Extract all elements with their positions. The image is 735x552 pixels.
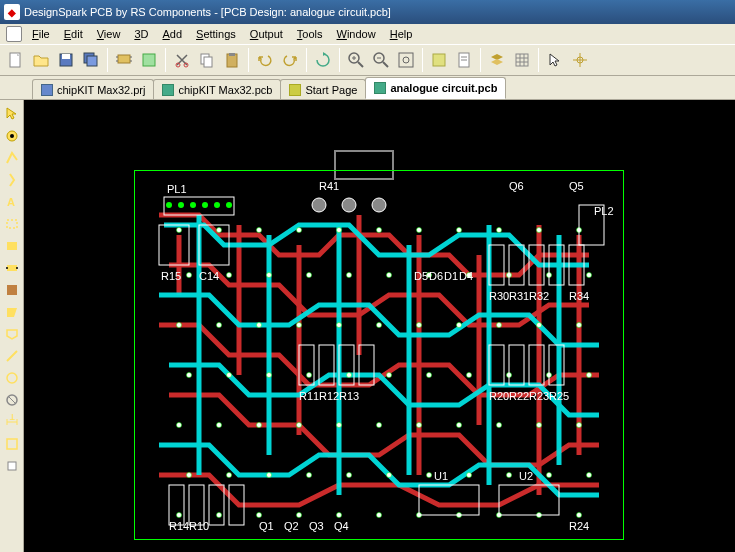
svg-point-194	[312, 198, 326, 212]
title-bar: ◆ DesignSpark PCB by RS Components - [PC…	[0, 0, 735, 24]
svg-text:Q1: Q1	[259, 520, 274, 532]
track-tool[interactable]	[2, 148, 22, 168]
svg-line-47	[7, 351, 17, 361]
svg-point-93	[497, 323, 502, 328]
svg-text:R25: R25	[549, 390, 569, 402]
svg-point-131	[257, 513, 262, 518]
tab-chipkit-pcb[interactable]: chipKIT Max32.pcb	[153, 79, 281, 99]
redo-button[interactable]	[278, 48, 302, 72]
svg-point-118	[187, 473, 192, 478]
copy-button[interactable]	[195, 48, 219, 72]
cut-button[interactable]	[170, 48, 194, 72]
menu-window[interactable]: Window	[331, 26, 382, 42]
menu-view[interactable]: View	[91, 26, 127, 42]
svg-rect-41	[7, 220, 17, 228]
svg-text:C14: C14	[199, 270, 219, 282]
svg-text:Q4: Q4	[334, 520, 349, 532]
svg-text:U1: U1	[434, 470, 448, 482]
undo-button[interactable]	[253, 48, 277, 72]
svg-rect-55	[7, 439, 17, 449]
svg-point-110	[297, 423, 302, 428]
open-button[interactable]	[29, 48, 53, 72]
tab-analogue-pcb[interactable]: analogue circuit.pcb	[365, 77, 506, 99]
svg-point-89	[337, 323, 342, 328]
svg-point-111	[337, 423, 342, 428]
svg-point-25	[403, 57, 409, 63]
paste-button[interactable]	[220, 48, 244, 72]
svg-point-132	[297, 513, 302, 518]
select-button[interactable]	[543, 48, 567, 72]
start-icon	[289, 84, 301, 96]
svg-line-22	[383, 62, 388, 67]
svg-point-86	[217, 323, 222, 328]
svg-point-102	[427, 373, 432, 378]
menu-edit[interactable]: Edit	[58, 26, 89, 42]
svg-point-67	[337, 228, 342, 233]
svg-point-96	[187, 373, 192, 378]
svg-point-85	[177, 323, 182, 328]
svg-rect-26	[433, 54, 445, 66]
component-tool[interactable]	[2, 258, 22, 278]
save-button[interactable]	[54, 48, 78, 72]
main-toolbar	[0, 44, 735, 76]
svg-point-59	[190, 202, 196, 208]
fill-rect-tool[interactable]	[2, 236, 22, 256]
svg-point-123	[387, 473, 392, 478]
pcb-canvas[interactable]: PL1 R41 Q6 Q5 PL2 R15 C14 D5D6D1D4 R30R3…	[24, 100, 735, 552]
crosshair-button[interactable]	[568, 48, 592, 72]
svg-point-64	[217, 228, 222, 233]
circle-tool[interactable]	[2, 368, 22, 388]
svg-point-75	[227, 273, 232, 278]
pointer-tool[interactable]	[2, 104, 22, 124]
report-button[interactable]	[452, 48, 476, 72]
layers-button[interactable]	[485, 48, 509, 72]
board-tool[interactable]	[2, 434, 22, 454]
zoom-in-button[interactable]	[344, 48, 368, 72]
svg-point-106	[587, 373, 592, 378]
line-tool[interactable]	[2, 346, 22, 366]
tab-start-page[interactable]: Start Page	[280, 79, 366, 99]
svg-point-139	[577, 513, 582, 518]
menu-add[interactable]: Add	[156, 26, 188, 42]
grid-button[interactable]	[510, 48, 534, 72]
svg-rect-56	[8, 462, 16, 470]
save-all-button[interactable]	[79, 48, 103, 72]
origin-tool[interactable]	[2, 456, 22, 476]
pad-tool[interactable]	[2, 126, 22, 146]
shape-tool[interactable]	[2, 324, 22, 344]
menu-output[interactable]: Output	[244, 26, 289, 42]
refresh-button[interactable]	[311, 48, 335, 72]
svg-point-72	[537, 228, 542, 233]
drc-button[interactable]	[427, 48, 451, 72]
rect-tool[interactable]	[2, 214, 22, 234]
zoom-fit-button[interactable]	[394, 48, 418, 72]
via-tool[interactable]	[2, 170, 22, 190]
arc-tool[interactable]	[2, 390, 22, 410]
svg-point-76	[267, 273, 272, 278]
svg-rect-43	[7, 265, 17, 271]
new-button[interactable]	[4, 48, 28, 72]
system-menu-icon[interactable]	[6, 26, 22, 42]
tab-chipkit-prj[interactable]: chipKIT Max32.prj	[32, 79, 154, 99]
svg-point-88	[297, 323, 302, 328]
svg-point-98	[267, 373, 272, 378]
menu-settings[interactable]: Settings	[190, 26, 242, 42]
copper-tool[interactable]	[2, 280, 22, 300]
component-button[interactable]	[112, 48, 136, 72]
menu-file[interactable]: File	[26, 26, 56, 42]
polygon-tool[interactable]	[2, 302, 22, 322]
tools-sidebar: A 1	[0, 100, 24, 552]
svg-point-70	[457, 228, 462, 233]
svg-rect-30	[516, 54, 528, 66]
svg-rect-2	[62, 54, 70, 59]
menu-tools[interactable]: Tools	[291, 26, 329, 42]
menu-help[interactable]: Help	[384, 26, 419, 42]
library-button[interactable]	[137, 48, 161, 72]
menu-3d[interactable]: 3D	[128, 26, 154, 42]
dimension-tool[interactable]: 1	[2, 412, 22, 432]
zoom-out-button[interactable]	[369, 48, 393, 72]
svg-rect-153	[509, 345, 524, 385]
svg-text:R11: R11	[299, 390, 319, 402]
text-tool[interactable]: A	[2, 192, 22, 212]
svg-point-133	[337, 513, 342, 518]
